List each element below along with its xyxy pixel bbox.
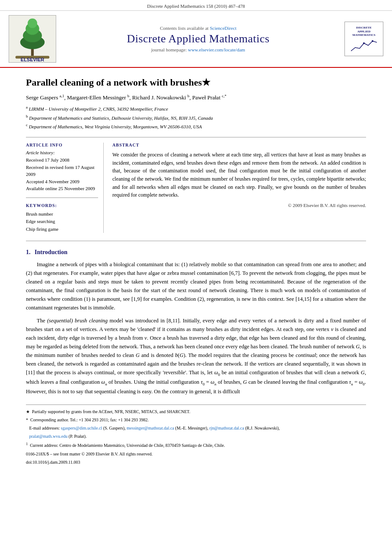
footnote-email: E-mail addresses: sgaspers@dim.uchile.cl…	[26, 425, 366, 432]
section-1-label: Introduction	[35, 249, 67, 255]
article-info-column: ARTICLE INFO Article history: Received 1…	[26, 143, 104, 233]
divider-2	[26, 197, 98, 198]
footnote-email-2: pralat@math.wvu.edu (P. Prałat).	[26, 433, 366, 440]
main-content: Parallel cleaning of a network with brus…	[0, 68, 392, 476]
abstract-heading: ABSTRACT	[112, 143, 366, 147]
journal-citation-text: Discrete Applied Mathematics 158 (2010) …	[147, 3, 245, 9]
journal-homepage-link[interactable]: www.elsevier.com/locate/dam	[188, 47, 245, 52]
section-1-title: 1. Introduction	[26, 249, 366, 256]
svg-point-9	[372, 40, 373, 42]
dam-box: DISCRETEAPPLIEDMATHEMATICS	[344, 22, 383, 56]
elsevier-logo-area: ELSEVIER	[9, 15, 56, 63]
issn-line: 0166-218X/$ – see front matter © 2009 El…	[26, 451, 366, 458]
dam-logo-area: DISCRETEAPPLIEDMATHEMATICS	[340, 22, 383, 56]
affiliation-b: b Department of Mathematics and Statisti…	[26, 113, 366, 122]
authors-line: Serge Gaspers a,1, Margaret-Ellen Messin…	[26, 93, 366, 102]
keyword-2: Edge searching	[26, 218, 98, 226]
intro-para-1: Imagine a network of pipes with a biolog…	[26, 260, 366, 312]
history-online: Available online 25 November 2009	[26, 185, 98, 192]
journal-homepage: journal homepage: www.elsevier.com/locat…	[61, 47, 336, 52]
history-revised: Received in revised form 17 August 2009	[26, 164, 98, 178]
doi-line: doi:10.1016/j.dam.2009.11.003	[26, 459, 366, 466]
authors-text: Serge Gaspers a,1, Margaret-Ellen Messin…	[26, 94, 226, 101]
history-label: Article history:	[26, 150, 98, 155]
divider-3	[26, 241, 366, 241]
svg-point-5	[28, 19, 37, 28]
journal-citation-bar: Discrete Applied Mathematics 158 (2010) …	[0, 0, 392, 11]
affiliations: a LIRMM – University of Montpellier 2, C…	[26, 104, 366, 131]
svg-point-8	[363, 42, 365, 44]
footnote-1: 1 Current address: Centro de Modelamient…	[26, 441, 366, 449]
footnote-star: ★ Partially supported by grants from the…	[26, 408, 366, 415]
keyword-1: Brush number	[26, 210, 98, 218]
footnote-corresponding: * Corresponding author. Tel.: +1 304 293…	[26, 417, 366, 424]
article-info-abstract: ARTICLE INFO Article history: Received 1…	[26, 143, 366, 233]
dam-chart-icon	[351, 39, 377, 52]
affiliation-a: a LIRMM – University of Montpellier 2, C…	[26, 104, 366, 113]
elsevier-tree-icon: ELSEVIER	[9, 15, 56, 63]
section-1-number: 1.	[26, 249, 31, 255]
abstract-column: ABSTRACT We consider the process of clea…	[112, 143, 366, 233]
abstract-text: We consider the process of cleaning a ne…	[112, 151, 366, 199]
article-info-heading: ARTICLE INFO	[26, 143, 98, 147]
copyright-text: © 2009 Elsevier B.V. All rights reserved…	[112, 203, 366, 208]
contents-link-text: Contents lists available at ScienceDirec…	[61, 25, 336, 31]
history-accepted: Accepted 4 November 2009	[26, 178, 98, 185]
sciencedirect-link[interactable]: ScienceDirect	[210, 25, 236, 31]
svg-text:ELSEVIER: ELSEVIER	[21, 57, 44, 62]
affiliation-c: c Department of Mathematics, West Virgin…	[26, 122, 366, 131]
dam-box-title: DISCRETEAPPLIEDMATHEMATICS	[352, 26, 375, 37]
article-title: Parallel cleaning of a network with brus…	[26, 76, 366, 89]
intro-para-2: The (sequential) brush cleaning model wa…	[26, 316, 366, 396]
article-info-inner: ARTICLE INFO Article history: Received 1…	[26, 143, 104, 233]
keyword-3: Chip firing game	[26, 226, 98, 233]
keywords-heading: Keywords:	[26, 203, 98, 208]
journal-title: Discrete Applied Mathematics	[61, 32, 336, 45]
keywords-section: Keywords: Brush number Edge searching Ch…	[26, 203, 98, 233]
history-received: Received 17 July 2008	[26, 156, 98, 164]
journal-header: ELSEVIER Contents lists available at Sci…	[0, 11, 392, 68]
journal-center-area: Contents lists available at ScienceDirec…	[61, 25, 336, 52]
divider-1	[26, 137, 366, 137]
footnote-area: ★ Partially supported by grants from the…	[26, 404, 366, 465]
article-history: Article history: Received 17 July 2008 R…	[26, 150, 98, 192]
